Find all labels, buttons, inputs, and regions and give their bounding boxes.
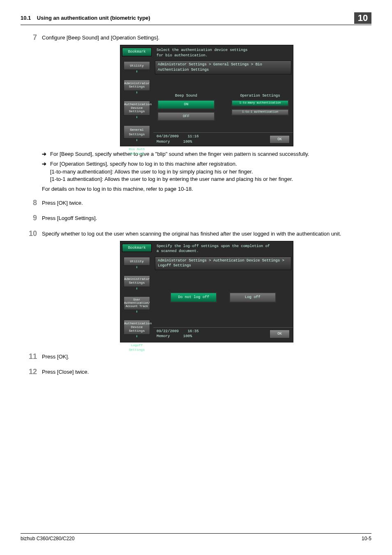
step-number: 12 [21, 367, 42, 377]
step-8: 8 Press [OK] twice. [21, 198, 371, 208]
op-1-to-many-button[interactable]: 1-to-many authentication [231, 100, 289, 106]
screenshot-logoff: Bookmark Utility ⬇ Administrator Setting… [120, 241, 293, 342]
page-header: 10.1 Using an authentication unit (biome… [21, 12, 371, 25]
chevron-down-icon: ⬇ [120, 310, 153, 315]
footer-time: 16:35 [188, 329, 199, 333]
sub-bullet-detail: [1-to-many authentication]: Allows the u… [50, 168, 371, 176]
footer-date: 04/28/2009 [157, 134, 179, 139]
step-text: Configure [Beep Sound] and [Operation Se… [42, 34, 371, 42]
step-number: 9 [21, 213, 42, 223]
sub-bullet-detail: [1-to-1 authentication]: Allows the user… [50, 176, 371, 183]
footer-memory-pct: 100% [183, 334, 192, 338]
panel-instruction: Select the authentication device setting… [157, 48, 290, 53]
bookmark-tab[interactable]: Bookmark [122, 48, 152, 56]
footer-model: bizhub C360/C280/C220 [21, 535, 74, 542]
nav-utility[interactable]: Utility [124, 257, 150, 266]
step-12: 12 Press [Close] twice. [21, 367, 371, 377]
chevron-down-icon: ⬇ [120, 115, 153, 120]
nav-auth-device[interactable]: Authentication Device Settings [124, 101, 150, 116]
step-number: 7 [21, 32, 42, 193]
step-text: Press [OK] twice. [42, 198, 371, 208]
step-number: 8 [21, 198, 42, 208]
nav-utility[interactable]: Utility [124, 61, 150, 70]
chapter-badge: 10 [354, 12, 371, 24]
nav-general-settings[interactable]: General Settings [124, 125, 150, 139]
panel-instruction: Specify the log-off settings upon the co… [157, 244, 290, 249]
step-tail: For details on how to log in to this mac… [42, 185, 371, 193]
footer-page-number: 10-5 [362, 535, 371, 542]
step-7: 7 Configure [Beep Sound] and [Operation … [21, 32, 371, 193]
section-number: 10.1 [21, 15, 31, 21]
nav-admin-settings[interactable]: Administrator Settings [124, 80, 150, 91]
step-11: 11 Press [OK]. [21, 352, 371, 362]
beep-on-button[interactable]: ON [157, 100, 215, 109]
footer-memory-label: Memory [157, 334, 170, 338]
panel-instruction: a scanned document. [157, 249, 290, 254]
sub-bullet: For [Operation Settings], specify how to… [50, 160, 371, 168]
ok-button[interactable]: OK [270, 135, 290, 144]
ok-button[interactable]: OK [270, 330, 290, 338]
arrow-icon: ➔ [42, 160, 50, 183]
page-footer: bizhub C360/C280/C220 10-5 [21, 533, 371, 542]
footer-date: 09/22/2009 [157, 329, 179, 333]
step-number: 11 [21, 352, 42, 362]
chevron-down-icon: ⬇ [120, 138, 153, 143]
arrow-icon: ➔ [42, 150, 50, 158]
bookmark-tab[interactable]: Bookmark [122, 244, 152, 252]
chevron-down-icon: ⬇ [120, 334, 153, 340]
step-text: Press [Close] twice. [42, 367, 371, 377]
nav-auth-device[interactable]: Authentication Device Settings [124, 320, 150, 335]
footer-memory-label: Memory [157, 140, 170, 144]
step-text: Specify whether to log out the user when… [42, 230, 371, 238]
footer-time: 11:16 [188, 134, 199, 139]
chevron-down-icon: ⬇ [120, 265, 153, 271]
chevron-down-icon: ⬇ [120, 287, 153, 292]
section-title: Using an authentication unit (biometric … [37, 15, 150, 21]
nav-admin-settings[interactable]: Administrator Settings [124, 275, 150, 287]
nav-logoff-settings[interactable]: Logoff Settings [124, 341, 150, 354]
breadcrumb: Administrator Settings > Authentication … [155, 257, 291, 270]
section-heading: 10.1 Using an authentication unit (biome… [21, 14, 354, 22]
step-9: 9 Press [Logoff Settings]. [21, 213, 371, 223]
chevron-down-icon: ⬇ [120, 90, 153, 96]
sub-bullet: For [Beep Sound], specify whether to giv… [50, 150, 371, 158]
step-number: 10 [21, 229, 42, 347]
log-off-button[interactable]: Log off [229, 292, 276, 303]
breadcrumb: Administrator Settings > General Setting… [155, 60, 291, 74]
screenshot-bio-auth: Bookmark Utility ⬇ Administrator Setting… [120, 45, 293, 146]
beep-off-button[interactable]: OFF [157, 112, 215, 121]
step-10: 10 Specify whether to log out the user w… [21, 229, 371, 347]
col-label-beep: Beep Sound [157, 93, 215, 99]
panel-instruction: for bio authentication. [157, 53, 290, 58]
chevron-down-icon: ⬇ [120, 69, 153, 75]
step-text: Press [Logoff Settings]. [42, 213, 371, 223]
op-1-to-1-button[interactable]: 1-to-1 authentication [231, 109, 289, 116]
col-label-op: Operation Settings [231, 93, 289, 99]
footer-memory-pct: 100% [183, 140, 192, 144]
do-not-log-off-button[interactable]: Do not log off [170, 292, 217, 303]
step-text: Press [OK]. [42, 352, 371, 362]
nav-bio-auth[interactable]: Bio Auth Setting [124, 145, 150, 157]
nav-user-track[interactable]: User Authentication/ Account Track [124, 296, 150, 310]
